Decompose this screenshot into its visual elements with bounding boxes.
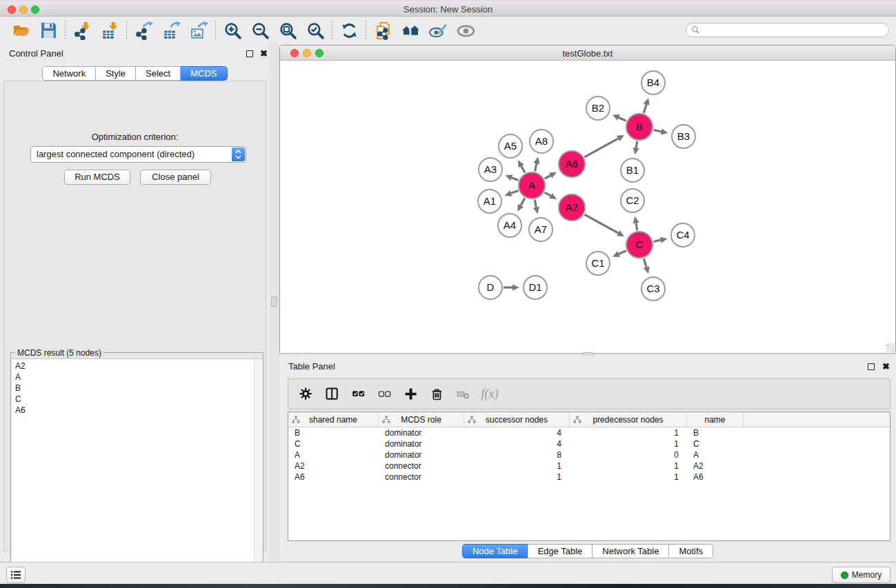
network-window-titlebar[interactable]: testGlobe.txt <box>280 45 895 61</box>
run-mcds-button[interactable]: Run MCDS <box>64 170 130 185</box>
criterion-dropdown[interactable]: largest connected component (directed) <box>30 146 246 163</box>
export-image-button[interactable] <box>185 19 212 41</box>
table-cell[interactable]: connector <box>379 472 464 483</box>
graph-edge-B-B3[interactable] <box>654 128 668 134</box>
result-item[interactable]: C <box>15 394 262 405</box>
graph-node-C1[interactable]: C1 <box>586 252 610 275</box>
import-table-button[interactable] <box>96 19 123 41</box>
float-table-panel-icon[interactable] <box>868 363 875 370</box>
column-header-successor-nodes[interactable]: successor nodes <box>464 412 570 427</box>
graph-edge-A-A5[interactable] <box>518 160 525 172</box>
tab-edge-table[interactable]: Edge Table <box>528 544 593 558</box>
zoom-out-button[interactable] <box>246 19 274 41</box>
column-header-name[interactable]: name <box>687 412 744 427</box>
tab-network[interactable]: Network <box>42 66 96 81</box>
delete-column-button[interactable] <box>429 386 446 403</box>
refresh-button[interactable] <box>335 19 363 41</box>
save-session-button[interactable] <box>34 19 62 41</box>
table-cell[interactable]: dominator <box>379 449 464 460</box>
graph-node-A3[interactable]: A3 <box>479 158 502 181</box>
graph-edge-A-A7[interactable] <box>533 200 539 214</box>
table-cell[interactable]: B <box>687 427 744 438</box>
table-cell[interactable]: A <box>687 449 744 460</box>
status-menu-button[interactable] <box>6 567 26 583</box>
result-item[interactable]: A2 <box>15 361 262 372</box>
open-session-button[interactable] <box>7 19 34 41</box>
table-row[interactable]: Adominator80A <box>288 449 890 460</box>
graph-node-A1[interactable]: A1 <box>478 190 501 213</box>
graph-node-B[interactable]: B <box>626 114 653 140</box>
mcds-result-list[interactable]: A2ABCA6 <box>12 358 262 587</box>
network-canvas[interactable]: B4B2BB3A8A5A6A3B1AA1C2A2A4A7C4CC1C3DD1 <box>280 61 895 353</box>
table-row[interactable]: A6connector11A6 <box>288 472 890 483</box>
table-cell[interactable]: 4 <box>464 427 570 438</box>
table-cell[interactable]: connector <box>379 460 464 472</box>
close-table-panel-icon[interactable]: ✖ <box>882 361 890 372</box>
graph-edge-A6-B[interactable] <box>584 135 624 157</box>
graph-node-B2[interactable]: B2 <box>586 97 610 120</box>
graph-edge-C-C3[interactable] <box>644 258 650 274</box>
result-scrollbar[interactable] <box>254 359 262 587</box>
graph-node-B4[interactable]: B4 <box>641 71 665 94</box>
graph-node-A6[interactable]: A6 <box>559 151 585 177</box>
close-panel-icon[interactable]: ✖ <box>260 48 268 59</box>
graph-edge-B-B1[interactable] <box>633 141 639 155</box>
graph-node-D1[interactable]: D1 <box>524 276 547 299</box>
show-graphics-details-button[interactable] <box>452 19 479 41</box>
graph-node-A7[interactable]: A7 <box>529 218 552 241</box>
zoom-fit-button[interactable] <box>274 19 301 41</box>
export-table-button[interactable] <box>157 19 185 41</box>
graph-node-A8[interactable]: A8 <box>530 130 553 153</box>
tab-style[interactable]: Style <box>96 66 136 81</box>
tab-mcds[interactable]: MCDS <box>181 66 227 81</box>
graph-node-A2[interactable]: A2 <box>559 194 585 221</box>
graph-edge-C-C1[interactable] <box>613 251 626 257</box>
graph-edge-A-A2[interactable] <box>544 192 557 199</box>
result-item[interactable]: A6 <box>15 405 262 416</box>
graph-node-A5[interactable]: A5 <box>499 134 522 158</box>
export-network-button[interactable] <box>130 19 157 41</box>
table-cell[interactable]: 0 <box>570 449 687 460</box>
graph-node-C4[interactable]: C4 <box>671 223 695 247</box>
import-network-button[interactable] <box>68 19 96 41</box>
table-cell[interactable]: A6 <box>687 472 744 483</box>
graph-edge-C-C2[interactable] <box>633 216 639 231</box>
table-cell[interactable]: 1 <box>464 460 570 472</box>
home-button[interactable] <box>397 19 424 41</box>
result-item[interactable]: A <box>15 372 262 383</box>
vertical-splitter-handle[interactable] <box>271 296 277 307</box>
column-header-predecessor-nodes[interactable]: predecessor nodes <box>570 412 687 427</box>
add-column-button[interactable] <box>403 386 419 403</box>
tab-motifs[interactable]: Motifs <box>669 544 713 558</box>
graph-node-C[interactable]: C <box>626 232 653 258</box>
table-cell[interactable]: C <box>288 438 379 449</box>
graph-edge-B-B2[interactable] <box>613 114 626 121</box>
graph-edge-B-B4[interactable] <box>644 98 650 113</box>
column-header-shared-name[interactable]: shared name <box>288 412 379 427</box>
app-titlebar[interactable]: Session: New Session <box>0 0 896 17</box>
window-resize-grip[interactable] <box>886 344 895 352</box>
zoom-in-button[interactable] <box>219 19 246 41</box>
search-box[interactable] <box>686 23 889 37</box>
table-row[interactable]: Bdominator41B <box>288 427 890 438</box>
result-item[interactable]: B <box>15 383 262 394</box>
tab-network-table[interactable]: Network Table <box>593 544 669 558</box>
column-header-MCDS-role[interactable]: MCDS role <box>379 412 464 427</box>
vertical-splitter[interactable] <box>270 43 279 562</box>
table-cell[interactable]: 1 <box>570 472 687 483</box>
table-cell[interactable]: 8 <box>464 449 570 460</box>
table-cell[interactable]: A <box>288 449 379 460</box>
tab-select[interactable]: Select <box>136 66 181 81</box>
graph-edge-A-A6[interactable] <box>545 172 557 179</box>
float-panel-icon[interactable] <box>246 50 253 57</box>
memory-button[interactable]: Memory <box>832 567 890 583</box>
graph-node-A4[interactable]: A4 <box>498 214 521 237</box>
select-all-rows-button[interactable] <box>350 386 367 403</box>
table-cell[interactable]: 1 <box>464 472 570 483</box>
table-settings-button[interactable] <box>298 386 315 403</box>
table-cell[interactable]: A2 <box>288 460 379 472</box>
table-cell[interactable]: 4 <box>464 438 570 449</box>
table-row[interactable]: Cdominator41C <box>288 438 890 449</box>
table-row[interactable]: A2connector11A2 <box>288 460 890 472</box>
deselect-all-rows-button[interactable] <box>377 386 393 403</box>
